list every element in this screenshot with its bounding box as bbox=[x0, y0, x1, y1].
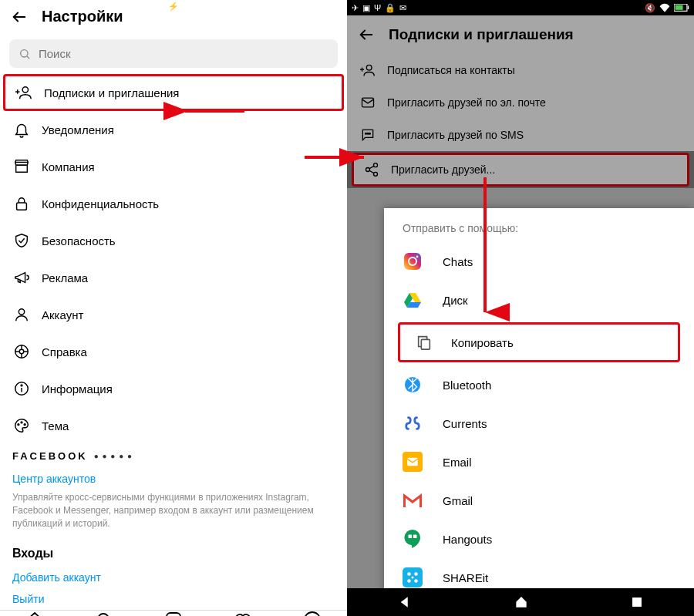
annotation-arrow-2 bbox=[301, 146, 370, 170]
help-icon bbox=[12, 342, 31, 361]
share-sheet: Отправить с помощью: Chats Диск Копирова… bbox=[384, 208, 694, 616]
svg-point-7 bbox=[19, 309, 24, 315]
settings-item-label: Уведомления bbox=[42, 123, 114, 136]
settings-item-theme[interactable]: Тема bbox=[0, 407, 347, 444]
drive-icon bbox=[403, 290, 423, 310]
follow-contacts-item[interactable]: Подписаться на контакты bbox=[347, 54, 694, 86]
share-item-label: Диск bbox=[443, 294, 468, 307]
facebook-app-icons: ● ● ● ● ● bbox=[94, 452, 133, 460]
share-item-label: Hangouts bbox=[443, 533, 492, 546]
settings-list: Подписки и приглашения Уведомления Компа… bbox=[0, 74, 347, 444]
add-account-link[interactable]: Добавить аккаунт bbox=[0, 567, 347, 588]
storefront-icon bbox=[12, 157, 31, 176]
share-item-currents[interactable]: Currents bbox=[384, 404, 694, 443]
settings-item-label: Аккаунт bbox=[42, 308, 83, 321]
share-item-label: Currents bbox=[443, 417, 487, 430]
item-label: Пригласить друзей по SMS bbox=[387, 129, 524, 141]
activity-icon[interactable] bbox=[234, 611, 252, 616]
settings-item-label: Подписки и приглашения bbox=[44, 86, 179, 99]
settings-item-label: Информация bbox=[42, 382, 113, 396]
share-item-drive[interactable]: Диск bbox=[384, 281, 694, 319]
new-post-icon[interactable] bbox=[164, 611, 183, 616]
accounts-center-description: Управляйте кросс-сервисными функциями в … bbox=[0, 490, 347, 540]
wifi-icon bbox=[659, 3, 670, 12]
share-item-hangouts[interactable]: Hangouts bbox=[384, 520, 694, 558]
settings-item-about[interactable]: Информация bbox=[0, 370, 347, 407]
invite-share-item[interactable]: Пригласить друзей... bbox=[352, 153, 689, 187]
annotation-arrow-3 bbox=[473, 173, 497, 320]
currents-icon bbox=[403, 413, 423, 433]
email-icon bbox=[403, 452, 423, 472]
svg-rect-28 bbox=[675, 5, 683, 9]
nav-back-icon[interactable] bbox=[398, 595, 412, 609]
settings-item-privacy[interactable]: Конфиденциальность bbox=[0, 185, 347, 222]
settings-item-follow-invite[interactable]: Подписки и приглашения bbox=[3, 74, 344, 111]
home-icon[interactable] bbox=[25, 611, 44, 616]
svg-point-19 bbox=[24, 424, 25, 426]
mute-icon: 🔇 bbox=[645, 3, 655, 13]
settings-item-ads[interactable]: Реклама bbox=[0, 259, 347, 296]
page-title: Настройки bbox=[42, 8, 123, 25]
settings-item-notifications[interactable]: Уведомления bbox=[0, 111, 347, 148]
shareit-icon bbox=[403, 567, 423, 587]
back-icon[interactable] bbox=[11, 8, 28, 25]
share-item-chats[interactable]: Chats bbox=[384, 242, 694, 281]
settings-item-security[interactable]: Безопасность bbox=[0, 222, 347, 259]
telegram-notif-icon: ✈ bbox=[352, 3, 359, 13]
search-tab-icon[interactable] bbox=[95, 611, 113, 616]
svg-point-16 bbox=[21, 385, 22, 386]
back-icon[interactable] bbox=[358, 26, 375, 43]
item-label: Подписаться на контакты bbox=[387, 64, 515, 76]
person-icon bbox=[12, 305, 31, 324]
follow-invite-screen: Подписки и приглашения Подписаться на ко… bbox=[347, 15, 694, 188]
sms-icon bbox=[359, 126, 376, 143]
instagram-icon bbox=[403, 251, 423, 271]
share-item-gmail[interactable]: Gmail bbox=[384, 481, 694, 520]
info-icon bbox=[12, 379, 31, 398]
facebook-brand-row: FACEBOOK ● ● ● ● ● bbox=[0, 444, 347, 468]
svg-point-55 bbox=[407, 572, 411, 576]
svg-point-31 bbox=[366, 65, 372, 70]
person-add-icon bbox=[15, 83, 33, 102]
lock-status-icon: 🔒 bbox=[385, 3, 396, 13]
search-input[interactable] bbox=[39, 47, 328, 60]
search-field[interactable] bbox=[9, 39, 338, 68]
person-add-icon bbox=[359, 62, 376, 79]
profile-icon[interactable] bbox=[303, 611, 322, 616]
invite-email-item[interactable]: Пригласить друзей по эл. почте bbox=[347, 86, 694, 119]
svg-point-40 bbox=[374, 172, 378, 176]
item-label: Пригласить друзей по эл. почте bbox=[387, 96, 546, 109]
nav-recent-icon[interactable] bbox=[631, 596, 643, 608]
share-item-label: Chats bbox=[443, 255, 473, 268]
mail-notif-icon: ✉ bbox=[399, 3, 406, 13]
settings-item-help[interactable]: Справка bbox=[0, 333, 347, 370]
svg-line-2 bbox=[27, 56, 29, 59]
share-item-copy[interactable]: Копировать bbox=[398, 322, 680, 362]
svg-rect-29 bbox=[688, 5, 689, 9]
battery-icon bbox=[674, 4, 689, 12]
settings-item-account[interactable]: Аккаунт bbox=[0, 296, 347, 333]
bluetooth-icon bbox=[403, 375, 423, 395]
nav-home-icon[interactable] bbox=[514, 595, 528, 609]
accounts-center-link[interactable]: Центр аккаунтов bbox=[0, 468, 347, 490]
logout-label: Выйти bbox=[12, 593, 44, 605]
svg-line-42 bbox=[369, 170, 374, 173]
mail-icon bbox=[359, 94, 376, 111]
invite-sms-item[interactable]: Пригласить друзей по SMS bbox=[347, 119, 694, 151]
logout-link[interactable]: Выйти bbox=[0, 588, 347, 610]
svg-point-18 bbox=[21, 422, 22, 423]
svg-rect-53 bbox=[409, 535, 413, 539]
palette-icon bbox=[12, 416, 31, 435]
share-item-bluetooth[interactable]: Bluetooth bbox=[384, 365, 694, 404]
gmail-icon bbox=[403, 490, 423, 510]
settings-item-business[interactable]: Компания bbox=[0, 148, 347, 185]
android-nav bbox=[347, 588, 694, 616]
settings-item-label: Компания bbox=[42, 160, 95, 173]
share-item-email[interactable]: Email bbox=[384, 443, 694, 481]
svg-point-45 bbox=[416, 256, 419, 258]
share-item-label: Email bbox=[443, 456, 472, 469]
svg-rect-43 bbox=[404, 253, 421, 270]
megaphone-icon bbox=[12, 268, 31, 287]
image-notif-icon: ▣ bbox=[362, 3, 370, 13]
page-title: Подписки и приглашения bbox=[389, 26, 574, 43]
